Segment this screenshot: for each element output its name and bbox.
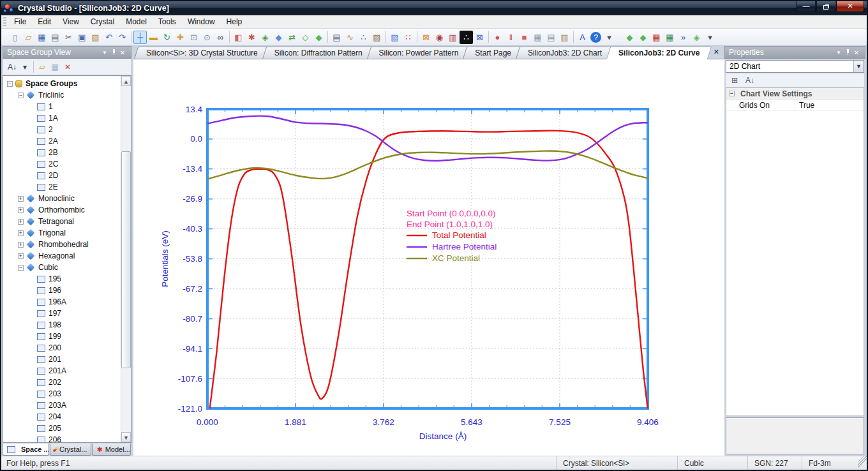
crystal-cell-blue-icon[interactable]: ⊠ (473, 31, 486, 44)
text-label-icon[interactable]: A (576, 31, 589, 44)
ruler-icon[interactable]: ▬ (147, 31, 160, 44)
expand-icon[interactable]: + (18, 219, 24, 225)
tree-item-1a[interactable]: 1A (3, 112, 120, 124)
tree-item-2b[interactable]: 2B (3, 147, 120, 158)
pause-icon[interactable]: ‖ (504, 31, 518, 44)
add-atoms-icon[interactable]: ✱ (245, 31, 258, 44)
expand-icon[interactable]: + (18, 207, 24, 213)
tree-item-2c[interactable]: 2C (3, 158, 120, 170)
dot-matrix-icon[interactable]: ∴ (460, 31, 473, 44)
menu-crystal[interactable]: Crystal (85, 16, 120, 27)
report-icon[interactable]: ▨ (370, 31, 384, 44)
tree-item-205[interactable]: 205 (3, 422, 120, 434)
tree-item-197[interactable]: 197 (3, 308, 120, 319)
tree-item-203a[interactable]: 203A (3, 400, 120, 411)
expand-icon[interactable]: + (18, 196, 24, 202)
find-icon[interactable]: ∞ (214, 31, 227, 44)
scroll-thumb[interactable] (121, 151, 131, 368)
property-object-selector[interactable]: 2D Chart ▼ (726, 60, 864, 73)
menu-model[interactable]: Model (120, 16, 153, 27)
resize-grip[interactable] (858, 456, 867, 470)
panel-menu-icon[interactable]: ▼ (834, 50, 843, 56)
panel-menu-icon[interactable]: ▼ (100, 50, 109, 56)
menu-window[interactable]: Window (182, 16, 221, 27)
expand-icon[interactable]: + (18, 242, 24, 248)
bounding-box-icon[interactable]: ◆ (272, 31, 285, 44)
panel-tab-model[interactable]: ✱Model... (92, 444, 131, 456)
restore-button[interactable] (816, 1, 835, 12)
print-preview-icon[interactable]: ▤ (544, 31, 558, 44)
new-document-icon[interactable]: ▯ (8, 31, 22, 44)
select-sphere-icon[interactable]: ⊙ (200, 31, 214, 44)
undo-icon[interactable]: ↶ (102, 31, 116, 44)
print-icon[interactable]: ▤ (49, 31, 62, 44)
paste-icon[interactable]: ▧ (89, 31, 102, 44)
gem-icon[interactable]: ◆ (312, 31, 326, 44)
powder-pattern-icon[interactable]: ∷ (401, 31, 415, 44)
tree-item-203[interactable]: 203 (3, 388, 120, 400)
export-image-icon[interactable]: ▥ (558, 31, 571, 44)
menu-help[interactable]: Help (221, 16, 248, 27)
tree-item-2a[interactable]: 2A (3, 135, 120, 147)
panel-close-icon[interactable]: ✕ (852, 49, 861, 56)
sort-alphabetical-icon[interactable]: A↓ (744, 74, 756, 87)
combo-dropdown-icon[interactable]: ▼ (853, 61, 864, 72)
tree-item-cubic[interactable]: −Cubic (3, 262, 120, 273)
categorized-icon[interactable]: ⊞ (728, 74, 741, 87)
tree-item-2e[interactable]: 2E (3, 181, 120, 193)
bond-tool-icon[interactable]: ∿ (343, 31, 357, 44)
property-group-header[interactable]: − Chart View Settings (726, 88, 864, 100)
tab-silicon-si-3d-crystal-structure[interactable]: Silicon<Si>: 3D Crystal Structure (136, 47, 268, 59)
tree-item-201a[interactable]: 201A (3, 365, 120, 377)
delete-icon[interactable]: ✕ (61, 61, 74, 73)
polyhedra-add-icon[interactable]: ◆ (623, 31, 636, 44)
tree-item-hexagonal[interactable]: +Hexagonal (3, 250, 120, 262)
tree-item-200[interactable]: 200 (3, 342, 120, 354)
scroll-down-icon[interactable]: ▼ (121, 432, 131, 442)
tree-item-trigonal[interactable]: +Trigonal (3, 227, 120, 239)
scroll-up-icon[interactable]: ▲ (121, 76, 131, 86)
pan-icon[interactable]: ✚ (174, 31, 187, 44)
copy-icon[interactable]: ▣ (75, 31, 89, 44)
crystal-cell-orange-icon[interactable]: ⊠ (419, 31, 433, 44)
ring-pattern-icon[interactable]: ◉ (433, 31, 446, 44)
tree-item-202[interactable]: 202 (3, 377, 120, 388)
polyhedra-icon[interactable]: ◈ (258, 31, 272, 44)
tree-item-204[interactable]: 204 (3, 411, 120, 422)
tab-siliconjob3-2d-chart[interactable]: SiliconJob3: 2D Chart (518, 47, 612, 59)
tree-item-2d[interactable]: 2D (3, 170, 120, 181)
tree-item-198[interactable]: 198 (3, 319, 120, 331)
panel-tab-space[interactable]: Space ... (3, 444, 49, 456)
cut-icon[interactable]: ✂ (62, 31, 75, 44)
tree-item-2[interactable]: 2 (3, 124, 120, 135)
panel-tab-crystal[interactable]: Crystal... (50, 444, 91, 456)
diffraction-pattern-icon[interactable]: ▧ (388, 31, 401, 44)
save-icon[interactable]: ▦ (35, 31, 49, 44)
collapse-icon[interactable]: − (18, 265, 24, 271)
panel-close-icon[interactable]: ✕ (118, 49, 127, 56)
menu-file[interactable]: File (8, 16, 32, 27)
menu-edit[interactable]: Edit (32, 16, 57, 27)
atom-sphere-icon[interactable]: ● (491, 31, 504, 44)
tab-silicon-powder-pattern[interactable]: Silicon: Powder Pattern (369, 47, 469, 59)
select-region-icon[interactable]: ⊡ (187, 31, 200, 44)
grid-green-icon[interactable]: ▦ (663, 31, 677, 44)
build-crystal-icon[interactable]: ◧ (232, 31, 245, 44)
tree-item-201[interactable]: 201 (3, 354, 120, 365)
pin-icon[interactable] (843, 49, 852, 56)
rotate-icon[interactable]: ↻ (160, 31, 174, 44)
tab-siliconjob3-2d-curve[interactable]: SiliconJob3: 2D Curve (608, 47, 710, 59)
open-folder-icon[interactable]: ▱ (22, 31, 35, 44)
tab-close-icon[interactable]: ✕ (714, 48, 719, 56)
sort-dropdown-icon[interactable]: ▾ (19, 61, 31, 73)
toolbar-overflow-2-icon[interactable]: ▾ (703, 31, 717, 44)
axes-icon[interactable]: ┼ (133, 31, 147, 44)
tree-item-195[interactable]: 195 (3, 273, 120, 285)
pin-icon[interactable] (109, 49, 118, 56)
collapse-icon[interactable]: − (18, 93, 24, 98)
table-icon[interactable]: ▦ (49, 61, 61, 73)
tree-item-tetragonal[interactable]: +Tetragonal (3, 216, 120, 227)
menu-view[interactable]: View (57, 16, 85, 27)
expand-icon[interactable]: + (18, 230, 24, 236)
tree-item-rhombohedral[interactable]: +Rhombohedral (3, 239, 120, 250)
